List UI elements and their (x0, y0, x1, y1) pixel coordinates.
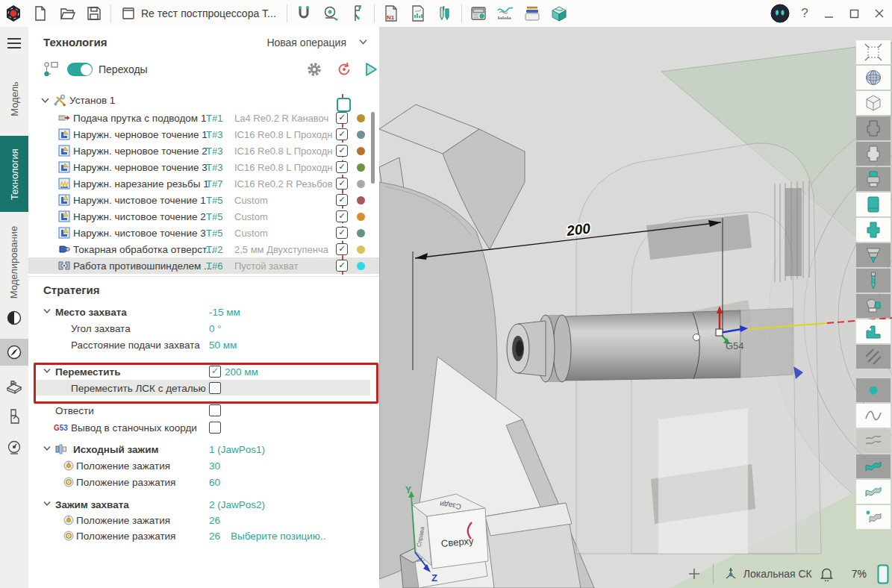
assistant-avatar[interactable] (767, 2, 793, 25)
transitions-toggle[interactable] (67, 63, 93, 76)
operation-checkbox[interactable]: ✓ (336, 178, 348, 190)
operation-checkbox[interactable]: ✓ (336, 227, 348, 239)
parameter-value[interactable]: 200 мм (225, 366, 258, 378)
parameter-value[interactable]: 26 (209, 515, 220, 526)
fit-view-button[interactable] (856, 40, 891, 64)
operation-color-dot[interactable] (357, 180, 365, 188)
gear-icon[interactable] (306, 61, 322, 78)
section-hatch-button[interactable] (856, 345, 891, 369)
show-part-flange-button[interactable] (856, 218, 891, 242)
chevron-down-icon[interactable] (43, 501, 51, 507)
parameter-value[interactable]: 50 мм (209, 340, 237, 351)
coordinate-system-icon[interactable] (723, 566, 739, 582)
render-mode-icon[interactable] (0, 304, 28, 331)
show-workpiece-stage1-button[interactable] (856, 116, 891, 140)
parameter-value[interactable]: 30 (209, 460, 220, 472)
calculator-button[interactable] (465, 2, 492, 25)
chevron-down-icon[interactable] (43, 445, 51, 451)
parameter-checkbox[interactable] (209, 422, 221, 434)
measure-tool-button[interactable] (317, 2, 344, 25)
operation-checkbox[interactable]: ✓ (336, 194, 348, 206)
strategy-row[interactable]: Положение разжатия26Выберите позицию.. (28, 529, 379, 545)
tree-operation-row[interactable]: Подача прутка с подводом 1Т#1La4 Re0.2 R… (28, 110, 379, 126)
probe-gauge-icon[interactable] (0, 434, 28, 461)
show-shaded-surface-button[interactable] (856, 454, 891, 478)
tree-operation-row[interactable]: Наружн. нарезание резьбы 1Т#7IC16 Re0.2 … (28, 175, 379, 192)
operation-color-dot[interactable] (357, 147, 365, 155)
report-document-button[interactable] (405, 2, 431, 25)
strategy-row[interactable]: G53Вывод в станочных коорди (28, 421, 379, 437)
show-surfaces-button[interactable] (856, 429, 891, 453)
save-document-button[interactable] (81, 2, 107, 25)
tree-operation-row[interactable]: Наружн. чистовое точение 2Т#5Custom✓ (28, 208, 379, 225)
lathe-tool-icon[interactable] (0, 403, 28, 430)
iso-view-button[interactable] (856, 91, 891, 115)
strategy-row[interactable]: Место захвата-15 мм (28, 305, 379, 321)
parameter-checkbox[interactable] (209, 382, 221, 394)
parameter-value[interactable]: 60 (209, 477, 220, 488)
operation-color-dot[interactable] (357, 114, 365, 122)
orbit-view-button[interactable] (856, 66, 891, 90)
nc-program-button[interactable]: N1 (378, 2, 405, 25)
show-machine-button[interactable] (856, 319, 891, 343)
operation-color-dot[interactable] (357, 131, 365, 139)
chevron-down-icon[interactable] (43, 308, 51, 314)
parameter-value[interactable]: 26Выберите позицию.. (209, 531, 325, 542)
strategy-row[interactable]: Переместить✓200 мм (28, 365, 379, 381)
show-flag-points-button[interactable] (856, 505, 891, 529)
run-simulation-icon[interactable] (363, 61, 379, 78)
interpolation-graph-button[interactable] (492, 2, 519, 25)
open-document-button[interactable] (54, 2, 81, 25)
layers-stack-button[interactable] (519, 2, 546, 25)
document-tab[interactable]: Re тест постпроцессора Т... (114, 2, 284, 25)
maximize-button[interactable] (841, 2, 867, 25)
show-workpiece-stage3-button[interactable] (856, 167, 891, 191)
strategy-row[interactable]: Расстояние подачи захвата50 мм (28, 338, 379, 354)
show-tool-button[interactable] (856, 269, 891, 293)
parameter-value[interactable]: 2 (JawPos2) (209, 499, 265, 510)
tree-operation-row[interactable]: Наружн. черновое точение 2Т#3IC16 Re0.8 … (28, 143, 379, 159)
strategy-row[interactable]: Положение зажатия26 (28, 513, 379, 529)
tree-setup-node[interactable]: Установ 1 (28, 93, 379, 109)
strategy-row[interactable]: Положение зажатия30 (28, 459, 379, 475)
materials-box-button[interactable] (546, 2, 573, 25)
new-document-button[interactable] (27, 2, 54, 25)
operation-checkbox[interactable]: ✓ (336, 112, 348, 124)
operations-link-checkbox[interactable] (337, 98, 351, 112)
operation-checkbox[interactable]: ✓ (336, 128, 348, 140)
strategy-row[interactable]: Положение разжатия60 (28, 475, 379, 491)
tree-operation-row[interactable]: Наружн. чистовое точение 1Т#5Custom✓ (28, 192, 379, 208)
parameter-value[interactable]: 1 (JawPos1) (209, 444, 265, 455)
workpiece-part[interactable] (507, 308, 793, 382)
viewport-3d[interactable]: 200 G54 Сверху Сзади Справа Y (379, 27, 892, 588)
parameter-checkbox[interactable] (209, 404, 221, 416)
tools-palette-button[interactable] (431, 2, 458, 25)
chevron-down-icon[interactable] (41, 97, 49, 104)
operation-color-dot[interactable] (357, 213, 365, 221)
add-view-icon[interactable] (687, 567, 701, 581)
notifications-bell-icon[interactable] (820, 566, 834, 581)
tree-operation-row[interactable]: Работа противошпинделем ...Т#6Пустой зах… (28, 257, 379, 274)
operation-checkbox[interactable]: ✓ (336, 243, 348, 255)
operation-color-dot[interactable] (357, 245, 365, 254)
magnet-snap-button[interactable] (290, 2, 317, 25)
minimize-button[interactable] (816, 2, 841, 25)
operation-color-dot[interactable] (357, 163, 365, 172)
operation-color-dot[interactable] (357, 262, 365, 270)
show-points-button[interactable] (856, 378, 891, 402)
menu-button[interactable] (0, 30, 28, 57)
close-button[interactable] (867, 2, 892, 25)
coordinate-system-label[interactable]: Локальная СК (743, 568, 812, 580)
parameter-value[interactable]: -15 мм (209, 307, 240, 318)
grip-point-marker[interactable] (693, 334, 700, 341)
operation-color-dot[interactable] (357, 196, 365, 204)
parameter-checkbox[interactable]: ✓ (209, 366, 221, 378)
strategy-row[interactable]: Угол захвата0 ° (28, 322, 379, 337)
sidebar-tab-technology[interactable]: Технология (0, 136, 28, 212)
operation-color-dot[interactable] (357, 229, 365, 237)
show-part-button[interactable] (856, 193, 891, 216)
machine-bed-icon[interactable] (0, 373, 28, 400)
tree-operation-row[interactable]: Наружн. черновое точение 1Т#3IC16 Re0.8 … (28, 126, 379, 143)
sidebar-tab-simulation[interactable]: Моделирование (0, 218, 28, 306)
sidebar-tab-model[interactable]: Модель (0, 72, 28, 125)
